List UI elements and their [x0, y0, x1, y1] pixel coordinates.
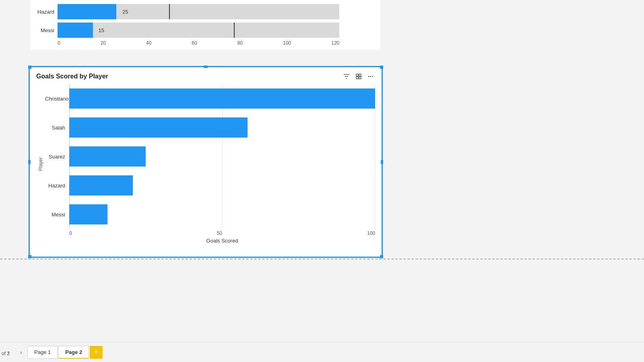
bottom-chart[interactable]: Goals Scored by Player [29, 66, 382, 257]
top-bar-line-messi [234, 23, 235, 38]
bar-row-suarez: Suarez [45, 142, 375, 171]
svg-rect-1 [359, 74, 361, 76]
top-bar-track-hazard: 25 [58, 4, 339, 19]
bar-track-christiano [69, 88, 375, 109]
top-bar-row-messi: Messi 15 [34, 23, 372, 38]
bar-fill-salah [69, 117, 248, 138]
main-canvas: Hazard 25 Messi 15 0 20 [0, 0, 644, 362]
resize-handle-tl[interactable] [28, 66, 31, 69]
x-axis-title: Goals Scored [69, 238, 375, 244]
chart-toolbar [342, 72, 375, 81]
top-axis-tick-0: 0 [58, 40, 60, 46]
bar-track-messi [69, 204, 375, 224]
add-page-button[interactable]: + [90, 346, 103, 359]
top-axis-tick-100: 100 [283, 40, 291, 46]
page-count-text: of 2 [2, 351, 10, 356]
top-axis-tick-80: 80 [237, 40, 243, 46]
resize-handle-bl[interactable] [28, 255, 31, 258]
top-axis-tick-20: 20 [101, 40, 106, 46]
x-axis-ticks: 0 50 100 [69, 230, 375, 236]
bar-track-salah [69, 117, 375, 138]
player-label-suarez: Suarez [45, 154, 69, 160]
svg-point-5 [370, 76, 372, 77]
tab-page1-label: Page 1 [34, 349, 51, 355]
x-axis-tick-0: 0 [69, 230, 72, 236]
expand-icon[interactable] [354, 72, 363, 81]
player-label-christiano: Christiano [45, 96, 69, 102]
top-axis: 0 20 40 60 80 100 120 [34, 40, 372, 46]
more-options-icon[interactable] [366, 72, 375, 81]
filter-icon[interactable] [342, 72, 351, 81]
bar-row-messi: Messi [45, 200, 375, 229]
resize-handle-right[interactable] [381, 160, 383, 164]
top-axis-tick-60: 60 [192, 40, 197, 46]
top-bar-fill-messi [58, 23, 93, 38]
player-label-salah: Salah [45, 125, 69, 131]
y-axis-label-container: Player [36, 84, 45, 244]
top-bar-track-messi: 15 [58, 23, 339, 38]
resize-handle-top[interactable] [204, 66, 208, 68]
top-axis-labels: 0 20 40 60 80 100 120 [58, 40, 339, 46]
top-bar-label-messi: Messi [34, 27, 54, 33]
bar-fill-suarez [69, 146, 146, 167]
bar-row-christiano: Christiano [45, 84, 375, 113]
bars-area: Christiano Salah Suarez [45, 84, 375, 229]
top-bar-label-hazard: Hazard [34, 9, 54, 15]
svg-rect-3 [359, 77, 361, 79]
svg-point-4 [368, 76, 369, 77]
bar-row-hazard: Hazard [45, 171, 375, 200]
bar-fill-messi [69, 204, 107, 224]
top-bar-line-hazard [169, 4, 170, 19]
bar-track-suarez [69, 146, 375, 167]
x-axis-tick-50: 50 [217, 230, 222, 236]
resize-handle-tr[interactable] [380, 66, 383, 69]
y-axis-label: Player [38, 157, 43, 171]
chart-plot-area: Christiano Salah Suarez [45, 84, 375, 244]
top-chart: Hazard 25 Messi 15 0 20 [30, 0, 380, 50]
dashed-selection-line [0, 259, 644, 259]
next-page-button[interactable]: › [15, 347, 27, 358]
page-count: of 2 [0, 351, 10, 356]
svg-rect-0 [356, 74, 358, 76]
tab-page1[interactable]: Page 1 [27, 346, 58, 359]
top-bar-row-hazard: Hazard 25 [34, 4, 372, 19]
chart-body: Player Christiano [30, 84, 382, 250]
top-axis-tick-120: 120 [331, 40, 339, 46]
chart-title: Goals Scored by Player [36, 73, 108, 80]
bar-fill-hazard [69, 175, 133, 195]
top-bar-value-messi: 15 [99, 27, 104, 33]
bar-row-salah: Salah [45, 113, 375, 142]
top-axis-tick-40: 40 [146, 40, 151, 46]
player-label-messi: Messi [45, 212, 69, 218]
svg-rect-2 [356, 77, 358, 79]
svg-point-6 [372, 76, 374, 77]
tab-page2-label: Page 2 [65, 349, 82, 355]
bar-track-hazard [69, 175, 375, 195]
resize-handle-left[interactable] [28, 160, 31, 164]
chart-header: Goals Scored by Player [30, 67, 382, 84]
player-label-hazard: Hazard [45, 183, 69, 189]
tab-page2[interactable]: Page 2 [58, 346, 89, 359]
top-chart-inner: Hazard 25 Messi 15 [34, 4, 372, 38]
top-bar-fill-hazard [58, 4, 116, 19]
x-axis-tick-100: 100 [367, 230, 375, 236]
top-bar-value-hazard: 25 [122, 9, 128, 15]
resize-handle-br[interactable] [380, 255, 383, 258]
bottom-bar: ‹ › Page 1 Page 2 + [0, 342, 644, 362]
x-axis-area: 0 50 100 Goals Scored [45, 229, 375, 244]
bar-fill-christiano [69, 88, 375, 109]
add-page-icon: + [94, 348, 99, 356]
